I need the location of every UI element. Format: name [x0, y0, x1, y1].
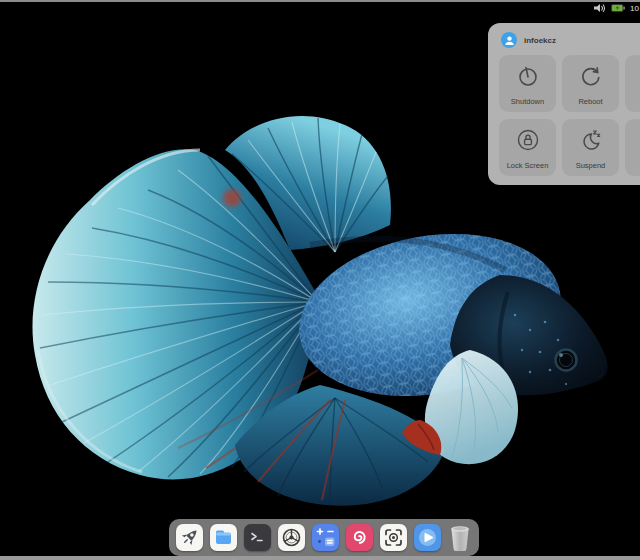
partial-button-bottom[interactable] [625, 119, 640, 176]
window-bottom-edge [0, 556, 640, 560]
partial-button-top[interactable] [625, 55, 640, 112]
wheel-icon [278, 524, 305, 551]
dock-item-screenshot[interactable] [380, 524, 407, 551]
dock-item-calculator[interactable] [312, 524, 339, 551]
play-icon [414, 524, 441, 551]
folder-icon [210, 524, 237, 551]
reboot-icon [579, 64, 603, 88]
power-menu-panel: infoekcz Shutdown Reboot [488, 23, 640, 185]
dock-item-settings[interactable] [278, 524, 305, 551]
suspend-button[interactable]: Suspend [562, 119, 619, 176]
window-top-edge [0, 0, 640, 2]
moon-zz-icon [579, 128, 603, 152]
reboot-label: Reboot [562, 97, 619, 106]
shutdown-label: Shutdown [499, 97, 556, 106]
user-row[interactable]: infoekcz [499, 30, 640, 55]
dock [169, 519, 479, 556]
suspend-label: Suspend [562, 161, 619, 170]
volume-icon[interactable] [594, 3, 606, 13]
battery-percentage: 10 [630, 4, 639, 13]
calculator-icon [312, 524, 339, 551]
terminal-icon [244, 524, 271, 551]
reboot-button[interactable]: Reboot [562, 55, 619, 112]
trash-icon [448, 524, 472, 552]
power-button-grid: Shutdown Reboot Lock Screen [499, 55, 640, 176]
lock-screen-label: Lock Screen [499, 161, 556, 170]
dock-item-launcher[interactable] [176, 524, 203, 551]
debian-swirl-icon [346, 524, 373, 551]
power-icon [516, 64, 540, 88]
status-bar: 10 [594, 2, 640, 14]
dock-item-files[interactable] [210, 524, 237, 551]
user-avatar-icon [501, 32, 517, 48]
battery-icon[interactable] [611, 4, 625, 12]
dock-item-videos[interactable] [414, 524, 441, 551]
screenshot-icon [380, 524, 407, 551]
dock-item-software-debian[interactable] [346, 524, 373, 551]
lock-icon [516, 128, 540, 152]
shutdown-button[interactable]: Shutdown [499, 55, 556, 112]
username: infoekcz [524, 36, 556, 45]
rocket-icon [176, 524, 203, 551]
dock-item-terminal[interactable] [244, 524, 271, 551]
lock-screen-button[interactable]: Lock Screen [499, 119, 556, 176]
dock-item-trash[interactable] [448, 524, 472, 552]
